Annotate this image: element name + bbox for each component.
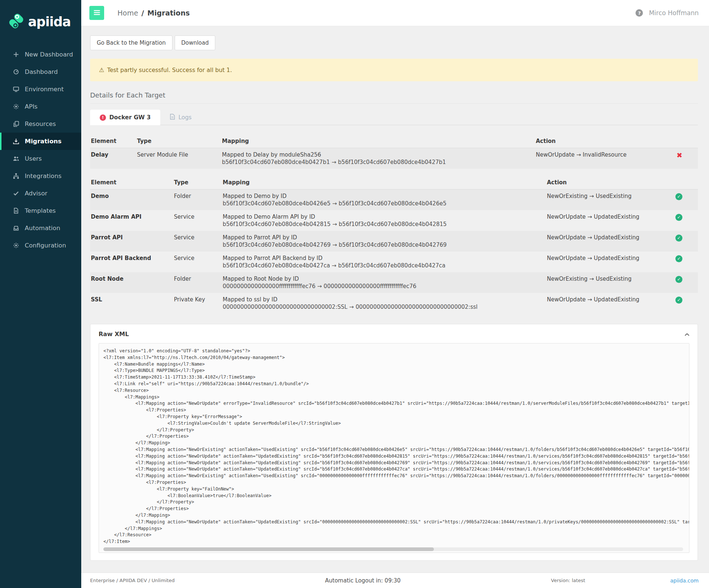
- sidebar-nav: New Dashboard Dashboard Environment APIs…: [0, 46, 81, 254]
- status-cell: ✓: [669, 210, 698, 231]
- mapping-title: Mapped to Delay by moduleSha256: [222, 151, 535, 158]
- success-check-icon: ✓: [675, 235, 682, 242]
- sidebar-item-users[interactable]: Users: [0, 150, 81, 167]
- sidebar-item-label: Users: [25, 155, 42, 162]
- table-row-demo-alarm-api: Demo Alarm API Service Mapped to Demo Al…: [90, 210, 698, 231]
- users-icon: [12, 155, 20, 162]
- element-cell: SSL: [90, 293, 173, 314]
- breadcrumb-home[interactable]: Home: [117, 9, 138, 17]
- copy-icon: [12, 121, 20, 127]
- sidebar-item-resources[interactable]: Resources: [0, 115, 81, 133]
- tab-label: Logs: [178, 114, 192, 121]
- action-cell: NewOrExisting → UsedExisting: [546, 272, 669, 293]
- page-content: Go Back to the Migration Download ⚠ Test…: [81, 26, 709, 572]
- mapping-detail: b56f10f3c04cd607eb080dce4b0427ca → b56f1…: [223, 262, 546, 269]
- download-button[interactable]: Download: [175, 35, 216, 50]
- breadcrumb: Home / Migrations: [117, 9, 190, 17]
- top-header: Home / Migrations ? Mirco Hoffmann: [81, 0, 709, 26]
- menu-toggle-button[interactable]: [89, 6, 104, 20]
- file-icon: [12, 208, 20, 214]
- hamburger-icon: [94, 10, 100, 16]
- chevron-up-icon[interactable]: [685, 331, 689, 338]
- status-cell: ✓: [669, 293, 698, 314]
- mapping-title: Mapped to Parrot API by ID: [223, 234, 546, 241]
- sidebar-item-templates[interactable]: Templates: [0, 202, 81, 219]
- sidebar-item-environment[interactable]: Environment: [0, 81, 81, 98]
- success-check-icon: ✓: [675, 193, 682, 200]
- scrollbar-thumb[interactable]: [103, 547, 434, 551]
- mapping-detail: 0000000000000000ffffffffffffec76 → 00000…: [223, 283, 546, 290]
- raw-xml-panel: Raw XML <?xml version="1.0" encoding="UT…: [90, 324, 698, 561]
- element-cell: Demo Alarm API: [90, 210, 173, 231]
- breadcrumb-separator: /: [141, 9, 144, 17]
- mapping-cell: Mapped to ssl by ID 00000000000000000000…: [222, 293, 546, 314]
- brand-logo[interactable]: apiida: [0, 0, 81, 35]
- apiida-logo-icon: [8, 13, 24, 31]
- sidebar-item-label: Templates: [25, 207, 56, 214]
- table-row-root-node: Root Node Folder Mapped to Root Node by …: [90, 272, 698, 293]
- sidebar-item-label: Integrations: [25, 172, 62, 180]
- logs-file-icon: [170, 114, 175, 121]
- success-check-icon: ✓: [675, 255, 682, 262]
- mapping-title: Mapped to ssl by ID: [223, 296, 546, 303]
- warning-icon: ⚠: [99, 66, 104, 74]
- horizontal-scrollbar[interactable]: [103, 547, 683, 551]
- mapping-cell: Mapped to Parrot API by ID b56f10f3c04cd…: [222, 231, 546, 252]
- sidebar-item-integrations[interactable]: Integrations: [0, 167, 81, 185]
- col-action: Action: [535, 135, 670, 148]
- sidebar-item-dashboard[interactable]: Dashboard: [0, 63, 81, 81]
- table-row-demo: Demo Folder Mapped to Demo by ID b56f10f…: [90, 189, 698, 211]
- mapping-title: Mapped to Root Node by ID: [223, 276, 546, 282]
- mapping-cell: Mapped to Parrot API Backend by ID b56f1…: [222, 252, 546, 272]
- success-check-icon: ✓: [675, 276, 682, 283]
- type-cell: Service: [173, 252, 222, 272]
- col-element: Element: [90, 135, 136, 148]
- element-cell: Demo: [90, 189, 173, 211]
- sidebar-item-advisor[interactable]: Advisor: [0, 185, 81, 202]
- table-header-row: Element Type Mapping Action: [90, 135, 698, 148]
- sidebar-item-label: Environment: [25, 86, 64, 93]
- mapping-detail: b56f10f3c04cd607eb080dce4b0426e5 → b56f1…: [223, 200, 546, 207]
- help-icon[interactable]: ?: [636, 9, 643, 17]
- sidebar-item-apis[interactable]: APIs: [0, 98, 81, 115]
- status-cell: ✖: [670, 148, 698, 169]
- sidebar-item-automation[interactable]: Automation: [0, 219, 81, 237]
- col-action: Action: [546, 177, 669, 189]
- mapping-cell: Mapped to Demo Alarm API by ID b56f10f3c…: [222, 210, 546, 231]
- mapping-title: Mapped to Demo Alarm API by ID: [223, 213, 546, 220]
- type-cell: Folder: [173, 189, 222, 211]
- brand-name: apiida: [28, 14, 71, 29]
- status-cell: ✓: [669, 231, 698, 252]
- element-cell: Delay: [90, 148, 136, 169]
- type-cell: Private Key: [173, 293, 222, 314]
- license-info: Enterprise / APIIDA DEV / Unlimited: [90, 578, 175, 583]
- status-cell: ✓: [669, 272, 698, 293]
- success-mapping-table: Element Type Mapping Action Demo Folder …: [90, 177, 698, 314]
- section-divider: [90, 103, 698, 104]
- sidebar-item-label: Dashboard: [25, 68, 58, 75]
- tab-docker-gw-3[interactable]: ! Docker GW 3: [90, 110, 160, 125]
- table-row-ssl: SSL Private Key Mapped to ssl by ID 0000…: [90, 293, 698, 314]
- gear-icon: [12, 242, 20, 249]
- raw-xml-title: Raw XML: [99, 331, 129, 338]
- action-cell: NewOrUpdate → UpdatedExisting: [546, 231, 669, 252]
- sitemap-icon: [12, 173, 20, 179]
- col-mapping: Mapping: [221, 135, 535, 148]
- user-menu[interactable]: Mirco Hoffmann: [649, 9, 699, 17]
- sidebar-item-label: Advisor: [25, 190, 47, 197]
- raw-xml-header[interactable]: Raw XML: [99, 331, 689, 338]
- toolbar: Go Back to the Migration Download: [90, 35, 698, 50]
- tab-label: Docker GW 3: [109, 114, 151, 121]
- breadcrumb-current: Migrations: [147, 9, 190, 17]
- apiida-link[interactable]: apiida.com: [670, 578, 699, 584]
- sidebar-item-configuration[interactable]: Configuration: [0, 237, 81, 254]
- go-back-button[interactable]: Go Back to the Migration: [90, 35, 172, 50]
- status-cell: ✓: [669, 252, 698, 272]
- sidebar-item-label: Migrations: [25, 138, 62, 145]
- col-mapping: Mapping: [222, 177, 546, 189]
- tab-logs[interactable]: Logs: [160, 110, 201, 125]
- sidebar-item-migrations[interactable]: Migrations: [0, 133, 81, 150]
- action-cell: NewOrUpdate → UpdatedExisting: [546, 210, 669, 231]
- action-cell: NewOrUpdate → UpdatedExisting: [546, 293, 669, 314]
- sidebar-item-new-dashboard[interactable]: New Dashboard: [0, 46, 81, 63]
